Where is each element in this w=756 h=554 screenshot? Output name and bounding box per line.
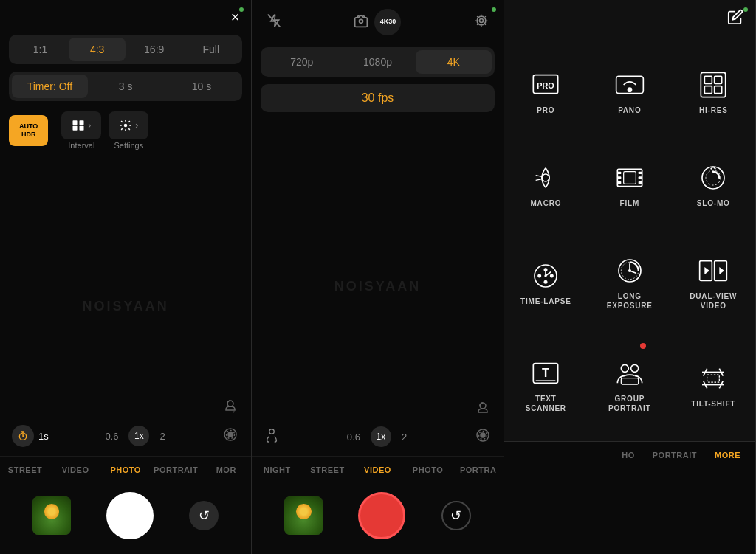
- mode-item-long-exposure[interactable]: LONG EXPOSURE: [588, 230, 671, 333]
- hdr-main-label: HDR: [19, 131, 38, 139]
- mode-more-photo[interactable]: MOR: [201, 463, 251, 477]
- zoom-1x-video[interactable]: 1x: [371, 426, 391, 447]
- group-portrait-icon: [614, 357, 646, 389]
- mode-portrait-photo[interactable]: PORTRAIT: [151, 463, 201, 477]
- timer-active-label: 1s: [38, 431, 49, 442]
- mode-street-photo[interactable]: STREET: [0, 463, 50, 477]
- svg-point-11: [360, 19, 363, 23]
- settings-button[interactable]: ›: [109, 111, 148, 139]
- svg-line-28: [536, 176, 542, 177]
- svg-rect-25: [705, 86, 712, 93]
- zoom-2-photo[interactable]: 2: [159, 431, 165, 442]
- mode-portrait-more[interactable]: PORTRAIT: [644, 448, 706, 463]
- mode-photo-video[interactable]: PHOTO: [403, 463, 453, 477]
- svg-line-29: [536, 179, 542, 181]
- zoom-2-video[interactable]: 2: [402, 432, 407, 443]
- mode-item-text-scanner[interactable]: T TEXT SCANNER: [504, 333, 588, 435]
- svg-point-21: [627, 87, 632, 92]
- hdr-button[interactable]: AUTO HDR: [9, 115, 48, 146]
- mode-video-photo[interactable]: VIDEO: [50, 463, 100, 477]
- mode-item-dual-view[interactable]: DUAL-VIEW VIDEO: [672, 230, 755, 333]
- svg-text:PRO: PRO: [537, 81, 554, 90]
- mode-item-pano[interactable]: PANO: [588, 44, 671, 136]
- res-720p[interactable]: 720p: [264, 50, 340, 74]
- mode-photo-photo[interactable]: PHOTO: [100, 463, 151, 477]
- ratio-16-9[interactable]: 16:9: [126, 38, 182, 61]
- edit-icon[interactable]: [727, 9, 743, 29]
- macro-icon: [529, 162, 562, 194]
- top-icons-video: 4K 30: [252, 0, 503, 44]
- flash-off-icon[interactable]: [267, 13, 281, 32]
- modes-grid: PRO PRO PANO: [504, 38, 755, 441]
- mode-item-time-lapse[interactable]: TIME-LAPSE: [504, 230, 588, 333]
- svg-point-4: [124, 124, 128, 128]
- photo-panel: × 1:1 4:3 16:9 Full Timer: Off 3 s 10 s …: [0, 0, 252, 554]
- time-lapse-icon: [529, 260, 562, 292]
- fps-selector[interactable]: 30 fps: [261, 84, 494, 112]
- camera-flip-top-icon[interactable]: [354, 13, 368, 31]
- svg-marker-57: [720, 267, 725, 274]
- mode-item-macro[interactable]: MACRO: [504, 136, 588, 229]
- svg-point-27: [542, 174, 549, 181]
- res-4k[interactable]: 4K: [416, 50, 492, 74]
- mode-item-pro[interactable]: PRO PRO: [504, 44, 588, 136]
- live-photo-icon-video: [474, 426, 492, 447]
- timer-3s[interactable]: 3 s: [88, 75, 164, 98]
- fps-label: 30 fps: [362, 91, 394, 105]
- zoom-controls-photo: 0.6 1x 2: [105, 426, 165, 446]
- interval-arrow: ›: [88, 120, 91, 131]
- record-button[interactable]: [358, 492, 405, 539]
- svg-rect-70: [707, 375, 720, 382]
- zoom-0.6-video[interactable]: 0.6: [347, 432, 360, 443]
- timer-toggle-circle[interactable]: [12, 425, 34, 447]
- mode-item-slo-mo[interactable]: SLO-MO: [672, 136, 755, 229]
- close-button[interactable]: ×: [231, 9, 240, 26]
- mode-ho[interactable]: HO: [613, 448, 644, 463]
- gallery-thumbnail-photo[interactable]: [32, 496, 71, 535]
- svg-point-62: [630, 365, 638, 373]
- long-exposure-label: LONG EXPOSURE: [607, 291, 653, 311]
- svg-point-53: [628, 269, 631, 272]
- svg-rect-23: [705, 76, 712, 83]
- face-retouch-icon-video: [474, 400, 492, 420]
- svg-point-12: [479, 19, 483, 23]
- svg-text:T: T: [542, 366, 549, 380]
- settings-top-icon[interactable]: [474, 13, 489, 31]
- resolution-selector: 720p 1080p 4K: [261, 47, 494, 77]
- shutter-button-photo[interactable]: [106, 492, 154, 539]
- pano-label: PANO: [618, 105, 641, 115]
- ratio-1-1[interactable]: 1:1: [12, 38, 69, 61]
- mode-item-group-portrait[interactable]: GROUP PORTRAIT: [588, 333, 671, 435]
- timer-off[interactable]: Timer: Off: [12, 75, 88, 98]
- mode-item-film[interactable]: FILM: [588, 136, 671, 229]
- mode-night-video[interactable]: NIGHT: [252, 463, 302, 477]
- ratio-full[interactable]: Full: [182, 38, 239, 61]
- interval-icon: [72, 119, 85, 132]
- svg-rect-33: [617, 181, 621, 184]
- zoom-1x-photo[interactable]: 1x: [128, 426, 149, 446]
- mode-more-more[interactable]: MORE: [706, 448, 749, 463]
- live-photo-icon: [221, 426, 239, 446]
- zoom-0.6-photo[interactable]: 0.6: [105, 431, 118, 442]
- svg-rect-32: [617, 176, 621, 179]
- svg-rect-34: [638, 172, 642, 174]
- flip-camera-button-video[interactable]: ↺: [441, 501, 471, 530]
- timer-10s[interactable]: 10 s: [164, 75, 240, 98]
- more-panel: PRO PRO PANO: [504, 0, 756, 554]
- zoom-controls-video: 0.6 1x 2: [347, 426, 407, 447]
- flip-camera-button-photo[interactable]: ↺: [189, 501, 219, 530]
- film-label: FILM: [620, 198, 640, 208]
- ratio-4-3[interactable]: 4:3: [69, 38, 126, 61]
- mode-street-video[interactable]: STREET: [302, 463, 352, 477]
- mode-item-hi-res[interactable]: HI-RES: [672, 44, 755, 136]
- mode-item-tilt-shift[interactable]: TILT-SHIFT: [672, 333, 755, 435]
- long-exposure-icon: [614, 255, 646, 287]
- svg-rect-26: [715, 86, 722, 93]
- mode-video-video[interactable]: VIDEO: [352, 463, 402, 477]
- mode-portrait-video[interactable]: PORTRA: [453, 463, 504, 477]
- svg-rect-2: [73, 126, 78, 131]
- interval-button[interactable]: ›: [61, 111, 101, 139]
- res-1080p[interactable]: 1080p: [340, 50, 416, 74]
- mode-tabs-video: NIGHT STREET VIDEO PHOTO PORTRA: [252, 456, 503, 480]
- gallery-thumbnail-video[interactable]: [284, 496, 323, 535]
